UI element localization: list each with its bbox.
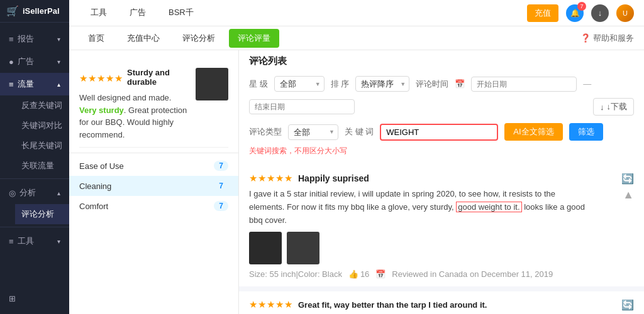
chevron-up-icon: ▴ (57, 81, 60, 88)
review-2-stars: ★★★★★ (249, 299, 293, 310)
help-link[interactable]: ❓ 帮助和服务 (580, 33, 634, 44)
sidebar-item-review-analysis[interactable]: 评论分析 (15, 204, 69, 224)
tag-count: 7 (214, 161, 228, 171)
download-button[interactable]: ↓ ↓下载 (593, 98, 634, 116)
tab-bsr[interactable]: BSR千 (157, 0, 205, 26)
second-nav-review-eval[interactable]: 评论评量 (229, 29, 279, 48)
analysis-icon: ◎ (9, 188, 16, 198)
sidebar-bottom-settings[interactable]: ⊞ (0, 288, 69, 309)
sort-select-wrapper: 热评降序 (355, 76, 409, 92)
second-nav: 首页 充值中心 评论分析 评论评量 ❓ 帮助和服务 (69, 26, 644, 50)
translate-icon[interactable]: 🔄 (621, 173, 634, 185)
sidebar-sub-traffic: 反查关键词 关键词对比 长尾关键词 关联流量 (0, 95, 69, 176)
download-icon[interactable]: ↓ (591, 4, 609, 22)
sort-select[interactable]: 热评降序 (355, 76, 409, 92)
sidebar-item-reverse-keyword[interactable]: 反查关键词 (15, 95, 69, 116)
review-1-images (249, 232, 591, 264)
review-1-like: 👍 16 (348, 269, 369, 279)
sidebar-item-ads[interactable]: ● 广告 ▾ (0, 50, 69, 73)
tag-count: 7 (214, 201, 228, 211)
scroll-up-icon[interactable]: ▲ (623, 188, 634, 202)
main-content: 工具 广告 BSR千 充值 🔔 7 ↓ U 首页 充值中心 (69, 0, 644, 314)
tab-tools[interactable]: 工具 (79, 0, 118, 26)
sub-label: 反查关键词 (21, 100, 62, 111)
tag-label: Ease of Use (79, 161, 124, 171)
keyword-hint: 关键词搜索，不用区分大小写 (249, 144, 634, 160)
sidebar-item-tools[interactable]: ≡ 工具 ▾ (0, 230, 69, 252)
second-nav-review-analysis[interactable]: 评论分析 (174, 29, 224, 48)
sturdy-title: Sturdy and durable (127, 68, 188, 87)
sidebar-bottom: ⊞ (0, 283, 69, 314)
logo: 🛒 iSellerPal (0, 0, 69, 23)
review-image-1[interactable] (249, 232, 282, 264)
sidebar-item-analysis[interactable]: ◎ 分析 ▴ (0, 181, 69, 204)
review-1-stars: ★★★★★ (249, 173, 293, 184)
sidebar-nav: ≡ 报告 ▾ ● 广告 ▾ ≡ 流量 ▴ 反查关键词 关键词对比 长尾关键词 关… (0, 23, 69, 257)
divider (0, 178, 69, 179)
ai-filter-button[interactable]: AI全文筛选 (504, 123, 562, 141)
review-2-content: ★★★★★ Great fit, way better than the tar… (249, 299, 586, 314)
star-label: 星 级 (249, 78, 268, 90)
sturdy-body: Well designed and made. Very sturdy. Gre… (79, 92, 188, 141)
date-dash: — (583, 79, 591, 89)
chevron-icon: ▾ (57, 36, 60, 43)
tag-comfort[interactable]: Comfort 7 (69, 196, 238, 216)
review-1-header: ★★★★★ Happily suprised (249, 173, 591, 184)
star-select[interactable]: 全部 (274, 76, 325, 92)
sturdy-highlight: Very sturdy (79, 106, 124, 115)
sidebar-sub-analysis: 评论分析 (0, 204, 69, 224)
review-1-meta: Size: 55 inch|Color: Black 👍 16 📅 Review… (249, 269, 591, 279)
tag-cleaning[interactable]: Cleaning 7 (69, 176, 238, 196)
sub-label: 长尾关键词 (21, 140, 62, 151)
sturdy-stars: ★★★★★ (79, 73, 123, 84)
start-date-input[interactable] (471, 77, 577, 92)
sidebar-item-related-traffic[interactable]: 关联流量 (15, 156, 69, 176)
translate-icon-2[interactable]: 🔄 (621, 299, 634, 311)
tab-ads[interactable]: 广告 (118, 0, 157, 26)
sidebar-item-traffic[interactable]: ≡ 流量 ▴ (0, 73, 69, 95)
charge-button[interactable]: 充值 (527, 4, 558, 22)
sidebar-item-reports[interactable]: ≡ 报告 ▾ (0, 28, 69, 50)
like-icon: 👍 (348, 269, 358, 279)
user-avatar[interactable]: U (616, 4, 634, 22)
keyword-input[interactable] (380, 124, 498, 141)
sidebar-item-label: 分析 (19, 187, 36, 198)
second-nav-home[interactable]: 首页 (79, 29, 113, 48)
tag-label: Cleaning (79, 181, 111, 191)
sidebar-item-longtail-keyword[interactable]: 长尾关键词 (15, 136, 69, 156)
review-2-title: Great fit, way better than the tarp I ti… (298, 300, 487, 310)
sub-label: 关联流量 (21, 160, 54, 171)
type-select[interactable]: 全部 (288, 124, 338, 140)
help-icon: ❓ (580, 33, 591, 43)
review-2-header: ★★★★★ Great fit, way better than the tar… (249, 299, 586, 310)
sidebar-item-keyword-compare[interactable]: 关键词对比 (15, 116, 69, 136)
type-label: 评论类型 (249, 126, 282, 138)
second-nav-recharge[interactable]: 充值中心 (118, 29, 169, 48)
filter-row-2: 评论类型 全部 关 键 词 AI全文筛选 筛选 (249, 119, 634, 144)
review-1-highlight: good weight to it. (456, 202, 521, 212)
content-area: ★★★★★ Sturdy and durable Well designed a… (69, 50, 644, 314)
logo-text: iSellerPal (23, 6, 60, 16)
settings-icon: ⊞ (9, 294, 16, 303)
tag-label: Comfort (79, 202, 108, 211)
filter-button[interactable]: 筛选 (569, 123, 603, 141)
logo-icon: 🛒 (6, 5, 19, 17)
notification-icon[interactable]: 🔔 7 (566, 4, 584, 22)
tag-ease-of-use[interactable]: Ease of Use 7 (69, 156, 238, 176)
star-select-wrapper: 全部 (274, 76, 325, 92)
left-panel: ★★★★★ Sturdy and durable Well designed a… (69, 50, 239, 314)
traffic-icon: ≡ (9, 80, 14, 89)
tag-list: Ease of Use 7 Cleaning 7 Comfort 7 (69, 156, 238, 216)
chevron-down-icon: ▾ (57, 238, 60, 245)
review-list-title: 评论列表 (249, 55, 634, 72)
sidebar-item-label: 报告 (18, 33, 34, 45)
sturdy-body-text: Well designed and made. (79, 93, 171, 102)
keyword-label: 关 键 词 (345, 126, 374, 138)
right-panel: 评论列表 星 级 全部 排 序 热评降序 评论时间 � (239, 50, 644, 314)
end-date-input[interactable] (249, 99, 355, 114)
sturdy-product-image (196, 68, 228, 100)
review-image-2[interactable] (287, 232, 319, 264)
review-1-title: Happily suprised (298, 173, 369, 183)
sidebar-item-label: 流量 (18, 78, 34, 90)
top-nav-right: 充值 🔔 7 ↓ U (527, 4, 634, 22)
